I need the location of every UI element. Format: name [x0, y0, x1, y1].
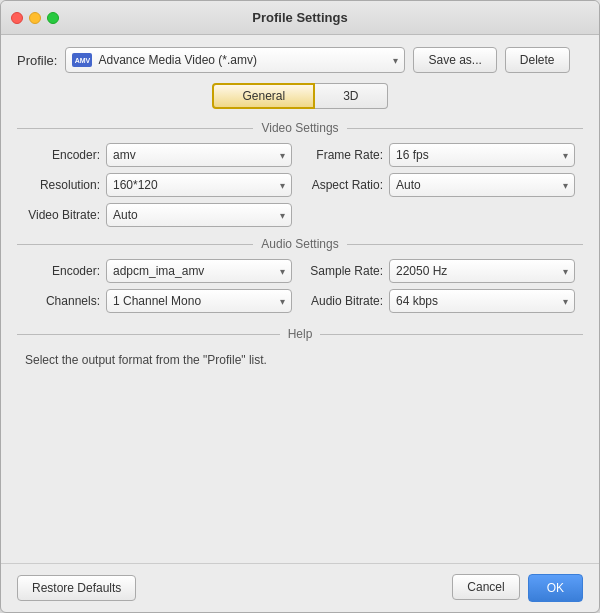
channels-select[interactable]: 1 Channel Mono ▾ — [106, 289, 292, 313]
sample-rate-field-row: Sample Rate: 22050 Hz ▾ — [308, 259, 575, 283]
video-settings-section: Video Settings Encoder: amv ▾ Frame Rate… — [17, 121, 583, 227]
audio-settings-fields: Encoder: adpcm_ima_amv ▾ Sample Rate: 22… — [17, 259, 583, 313]
audio-bitrate-field-row: Audio Bitrate: 64 kbps ▾ — [308, 289, 575, 313]
encoder-select[interactable]: amv ▾ — [106, 143, 292, 167]
section-line-left — [17, 128, 253, 129]
encoder-value: amv — [113, 148, 136, 162]
section-line-right — [347, 128, 583, 129]
audio-bitrate-value: 64 kbps — [396, 294, 438, 308]
audio-bitrate-chevron-icon: ▾ — [563, 296, 568, 307]
maximize-button[interactable] — [47, 12, 59, 24]
video-bitrate-label: Video Bitrate: — [25, 208, 100, 222]
restore-defaults-button[interactable]: Restore Defaults — [17, 575, 136, 601]
close-button[interactable] — [11, 12, 23, 24]
encoder-label: Encoder: — [25, 148, 100, 162]
aspect-ratio-chevron-icon: ▾ — [563, 180, 568, 191]
profile-select[interactable]: AMV Advance Media Video (*.amv) ▾ — [65, 47, 405, 73]
channels-label: Channels: — [25, 294, 100, 308]
video-settings-fields: Encoder: amv ▾ Frame Rate: 16 fps ▾ Reso… — [17, 143, 583, 227]
video-settings-header: Video Settings — [17, 121, 583, 135]
sample-rate-label: Sample Rate: — [308, 264, 383, 278]
ok-button[interactable]: OK — [528, 574, 583, 602]
audio-encoder-label: Encoder: — [25, 264, 100, 278]
resolution-label: Resolution: — [25, 178, 100, 192]
window-title: Profile Settings — [252, 10, 347, 25]
video-bitrate-field-row: Video Bitrate: Auto ▾ — [25, 203, 292, 227]
frame-rate-label: Frame Rate: — [308, 148, 383, 162]
tabs-row: General 3D — [17, 83, 583, 109]
traffic-lights — [11, 12, 59, 24]
profile-row: Profile: AMV Advance Media Video (*.amv)… — [17, 47, 583, 73]
chevron-down-icon: ▾ — [393, 55, 398, 66]
help-section: Help Select the output format from the "… — [17, 327, 583, 551]
profile-settings-window: Profile Settings Profile: AMV Advance Me… — [0, 0, 600, 613]
help-text: Select the output format from the "Profi… — [17, 349, 583, 371]
audio-encoder-field-row: Encoder: adpcm_ima_amv ▾ — [25, 259, 292, 283]
help-title: Help — [288, 327, 313, 341]
footer: Restore Defaults Cancel OK — [1, 563, 599, 612]
video-settings-title: Video Settings — [261, 121, 338, 135]
resolution-select[interactable]: 160*120 ▾ — [106, 173, 292, 197]
video-bitrate-chevron-icon: ▾ — [280, 210, 285, 221]
aspect-ratio-value: Auto — [396, 178, 421, 192]
save-as-button[interactable]: Save as... — [413, 47, 496, 73]
aspect-ratio-label: Aspect Ratio: — [308, 178, 383, 192]
tab-3d[interactable]: 3D — [315, 83, 387, 109]
frame-rate-value: 16 fps — [396, 148, 429, 162]
sample-rate-chevron-icon: ▾ — [563, 266, 568, 277]
audio-bitrate-select[interactable]: 64 kbps ▾ — [389, 289, 575, 313]
profile-select-text: AMV Advance Media Video (*.amv) — [72, 53, 257, 67]
audio-section-line-right — [347, 244, 583, 245]
audio-encoder-value: adpcm_ima_amv — [113, 264, 204, 278]
channels-chevron-icon: ▾ — [280, 296, 285, 307]
title-bar: Profile Settings — [1, 1, 599, 35]
cancel-button[interactable]: Cancel — [452, 574, 519, 600]
channels-field-row: Channels: 1 Channel Mono ▾ — [25, 289, 292, 313]
audio-encoder-select[interactable]: adpcm_ima_amv ▾ — [106, 259, 292, 283]
sample-rate-select[interactable]: 22050 Hz ▾ — [389, 259, 575, 283]
footer-right-buttons: Cancel OK — [452, 574, 583, 602]
audio-encoder-chevron-icon: ▾ — [280, 266, 285, 277]
help-section-line-left — [17, 334, 280, 335]
aspect-ratio-field-row: Aspect Ratio: Auto ▾ — [308, 173, 575, 197]
aspect-ratio-select[interactable]: Auto ▾ — [389, 173, 575, 197]
tab-general[interactable]: General — [212, 83, 315, 109]
frame-rate-field-row: Frame Rate: 16 fps ▾ — [308, 143, 575, 167]
sample-rate-value: 22050 Hz — [396, 264, 447, 278]
audio-settings-section: Audio Settings Encoder: adpcm_ima_amv ▾ … — [17, 237, 583, 313]
video-bitrate-value: Auto — [113, 208, 138, 222]
help-header: Help — [17, 327, 583, 341]
profile-selected-value: Advance Media Video (*.amv) — [98, 53, 257, 67]
frame-rate-select[interactable]: 16 fps ▾ — [389, 143, 575, 167]
profile-icon: AMV — [72, 53, 92, 67]
encoder-field-row: Encoder: amv ▾ — [25, 143, 292, 167]
resolution-field-row: Resolution: 160*120 ▾ — [25, 173, 292, 197]
audio-settings-title: Audio Settings — [261, 237, 338, 251]
minimize-button[interactable] — [29, 12, 41, 24]
audio-settings-header: Audio Settings — [17, 237, 583, 251]
channels-value: 1 Channel Mono — [113, 294, 201, 308]
frame-rate-chevron-icon: ▾ — [563, 150, 568, 161]
content-area: Profile: AMV Advance Media Video (*.amv)… — [1, 35, 599, 563]
encoder-chevron-icon: ▾ — [280, 150, 285, 161]
help-section-line-right — [320, 334, 583, 335]
delete-button[interactable]: Delete — [505, 47, 570, 73]
resolution-chevron-icon: ▾ — [280, 180, 285, 191]
audio-bitrate-label: Audio Bitrate: — [308, 294, 383, 308]
resolution-value: 160*120 — [113, 178, 158, 192]
profile-label: Profile: — [17, 53, 57, 68]
video-bitrate-select[interactable]: Auto ▾ — [106, 203, 292, 227]
audio-section-line-left — [17, 244, 253, 245]
